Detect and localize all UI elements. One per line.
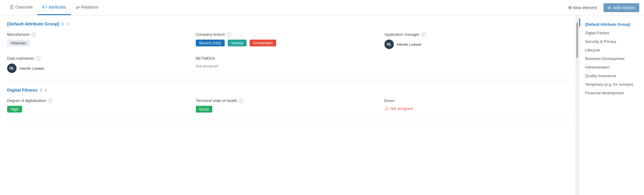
- error-circle-icon: ⚠: [384, 106, 389, 111]
- application-manager-value: HL Henrik Loewer: [384, 40, 568, 49]
- tab-relations[interactable]: ⇄ Relations: [71, 0, 103, 15]
- attr-group-digital-fitness: Digital Fitness 3 ∧ Degree of digitaliza…: [7, 87, 568, 113]
- sidebar-item-digital-fitness-label: Digital Fitness: [585, 31, 609, 35]
- content-area: [Default Attribute Group] 5 ∧ Manufactur…: [0, 15, 575, 195]
- add-relation-icon: ⊕: [608, 5, 611, 10]
- sidebar-item-security-privacy-label: Security & Privacy: [585, 39, 616, 44]
- new-element-label: New element: [573, 5, 597, 10]
- nav-actions: ⊕ New element ⊕ Add relation: [565, 3, 639, 12]
- chevron-up-icon-2[interactable]: ∧: [44, 88, 47, 92]
- tag-amsterdam[interactable]: Amsterdam: [250, 40, 276, 46]
- sidebar-item-temporary[interactable]: Temporary (e.g. for surveys): [579, 80, 644, 89]
- data-maintainer-label: Data maintainer i: [7, 56, 191, 61]
- tag-good[interactable]: Good: [196, 106, 212, 113]
- avatar-hl-manager: HL: [384, 40, 394, 49]
- field-between: BETWEEN Not assigned: [196, 56, 380, 73]
- application-manager-info-icon[interactable]: i: [421, 32, 426, 37]
- relations-icon: ⇄: [76, 4, 80, 10]
- field-technical-state-health: Technical state of health i Good: [196, 98, 380, 113]
- attr-grid-default: Manufacturer i Atlassian Company branch …: [7, 32, 568, 73]
- company-branch-value: Munich (HQ) Vienna Amsterdam: [196, 40, 380, 46]
- sidebar-item-business-development[interactable]: Business Development: [579, 54, 644, 63]
- degree-digitalization-label: Degree of digitalization i: [7, 98, 191, 103]
- sidebar-item-financial-development[interactable]: Financial development: [579, 89, 644, 97]
- attr-group-default: [Default Attribute Group] 5 ∧ Manufactur…: [7, 21, 568, 73]
- tag-vienna[interactable]: Vienna: [228, 40, 247, 46]
- field-manufacturer: Manufacturer i Atlassian: [7, 32, 191, 49]
- avatar-hl-maintainer: HL: [7, 64, 17, 73]
- field-company-branch: Company branch i Munich (HQ) Vienna Amst…: [196, 32, 380, 49]
- sidebar-item-quality-assurance-label: Quality Assurance: [585, 74, 616, 78]
- field-enum: Enum ⚠ Not assigned: [384, 98, 568, 113]
- sidebar-item-business-development-label: Business Development: [585, 56, 624, 61]
- application-manager-name: Henrik Loewer: [397, 42, 422, 47]
- attr-group-digital-fitness-header: Digital Fitness 3 ∧: [7, 87, 568, 92]
- main-layout: [Default Attribute Group] 5 ∧ Manufactur…: [0, 15, 644, 195]
- new-element-button[interactable]: ⊕ New element: [565, 3, 600, 12]
- sidebar-item-digital-fitness[interactable]: Digital Fitness: [579, 29, 644, 37]
- add-relation-button[interactable]: ⊕ Add relation: [603, 3, 639, 12]
- add-relation-label: Add relation: [613, 5, 635, 10]
- right-sidebar: [Default Attribute Group] Digital Fitnes…: [579, 15, 644, 195]
- sidebar-item-security-privacy[interactable]: Security & Privacy: [579, 37, 644, 46]
- attr-group-digital-fitness-count: 3: [40, 88, 42, 92]
- group-divider-1: [7, 80, 568, 80]
- group-divider-2: [7, 120, 568, 120]
- attr-group-default-count: 5: [62, 22, 64, 26]
- scroll-thumb[interactable]: [576, 22, 578, 58]
- attributes-icon: 🏷: [42, 4, 47, 10]
- company-branch-label: Company branch i: [196, 32, 380, 37]
- tag-atlassian[interactable]: Atlassian: [7, 40, 30, 46]
- sidebar-item-administration[interactable]: Administration: [579, 63, 644, 72]
- manufacturer-label: Manufacturer i: [7, 32, 191, 37]
- field-application-manager: Application manager i HL Henrik Loewer: [384, 32, 568, 49]
- sidebar-item-quality-assurance[interactable]: Quality Assurance: [579, 72, 644, 80]
- application-manager-label: Application manager i: [384, 32, 568, 37]
- attr-group-default-title: [Default Attribute Group]: [7, 21, 59, 26]
- data-maintainer-info-icon[interactable]: i: [36, 56, 41, 61]
- sidebar-item-financial-development-label: Financial development: [585, 91, 624, 95]
- tag-high[interactable]: High: [7, 106, 22, 113]
- attr-group-default-header: [Default Attribute Group] 5 ∧: [7, 21, 568, 26]
- between-value: Not assigned: [196, 64, 380, 68]
- degree-digitalization-info-icon[interactable]: i: [48, 98, 52, 103]
- tab-overview-label: Overview: [15, 5, 33, 9]
- plus-circle-icon: ⊕: [568, 5, 572, 10]
- tab-attributes-label: Attributes: [48, 5, 66, 9]
- attr-grid-digital-fitness: Degree of digitalization i High Technica…: [7, 98, 568, 113]
- sidebar-active-indicator: [579, 18, 580, 27]
- chevron-up-icon[interactable]: ∧: [66, 22, 69, 26]
- sidebar-item-default-attr-group-label: [Default Attribute Group]: [585, 22, 630, 27]
- enum-label: Enum: [384, 98, 568, 103]
- sidebar-item-lifecycle[interactable]: Lifecycle: [579, 46, 644, 54]
- field-degree-digitalization: Degree of digitalization i High: [7, 98, 191, 113]
- data-maintainer-value: HL Henrik Loewer: [7, 64, 191, 73]
- technical-state-health-value: Good: [196, 106, 380, 113]
- sidebar-item-lifecycle-label: Lifecycle: [585, 48, 600, 52]
- manufacturer-value: Atlassian: [7, 40, 191, 46]
- tab-attributes[interactable]: 🏷 Attributes: [37, 0, 71, 15]
- sidebar-item-default-attr-group[interactable]: [Default Attribute Group]: [579, 20, 644, 29]
- enum-value: ⚠ Not assigned: [384, 106, 568, 111]
- data-maintainer-name: Henrik Loewer: [20, 66, 44, 71]
- degree-digitalization-value: High: [7, 106, 191, 113]
- tab-overview[interactable]: ☰ Overview: [5, 0, 37, 15]
- content-scrollbar[interactable]: [575, 15, 579, 195]
- manufacturer-info-icon[interactable]: i: [32, 32, 36, 37]
- between-label-heading: BETWEEN: [196, 56, 380, 61]
- tag-munich[interactable]: Munich (HQ): [196, 40, 225, 46]
- overview-icon: ☰: [9, 4, 14, 10]
- tab-relations-label: Relations: [81, 5, 98, 9]
- attr-group-digital-fitness-title: Digital Fitness: [7, 87, 38, 92]
- top-nav: ☰ Overview 🏷 Attributes ⇄ Relations ⊕ Ne…: [0, 0, 644, 15]
- technical-state-health-info-icon[interactable]: i: [239, 98, 243, 103]
- sidebar-item-temporary-label: Temporary (e.g. for surveys): [585, 82, 633, 87]
- technical-state-health-label: Technical state of health i: [196, 98, 380, 103]
- company-branch-info-icon[interactable]: i: [227, 32, 231, 37]
- field-data-maintainer: Data maintainer i HL Henrik Loewer: [7, 56, 191, 73]
- sidebar-item-administration-label: Administration: [585, 65, 609, 69]
